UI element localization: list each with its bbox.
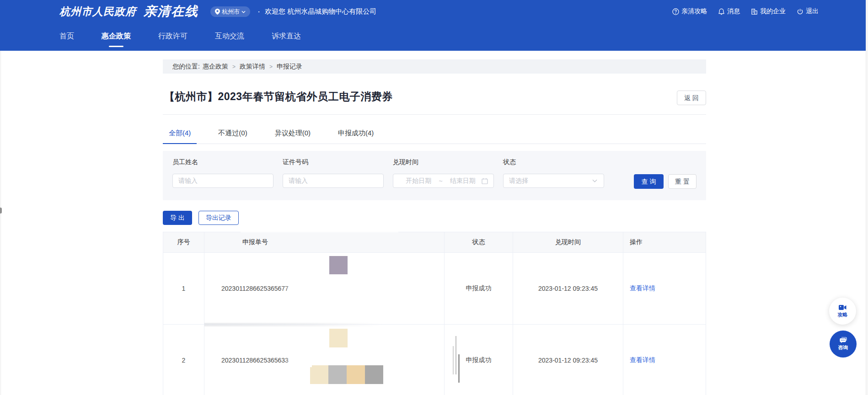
redaction-block [329, 256, 348, 274]
question-circle-icon [672, 8, 679, 15]
search-button[interactable]: 查 询 [634, 174, 664, 189]
chevron-down-icon [592, 179, 597, 182]
cell-redeem-time: 2023-01-12 09:23:45 [513, 325, 623, 395]
nav-item-policies[interactable]: 惠企政策 [102, 23, 131, 51]
tab-success[interactable]: 申报成功(4) [332, 123, 380, 144]
redaction-smudge [241, 231, 398, 233]
tab-dispute[interactable]: 异议处理(0) [269, 123, 316, 144]
redaction-block [347, 365, 365, 384]
col-redeem-time: 兑现时间 [513, 232, 623, 252]
edge-artifact [0, 208, 2, 214]
title-row: 【杭州市】2023年春节留杭省外员工电子消费券 返 回 [163, 90, 706, 105]
redaction-block [329, 329, 348, 347]
location-pin-icon [215, 9, 220, 15]
col-index: 序号 [163, 232, 204, 252]
calendar-icon [482, 178, 488, 184]
redaction-block [328, 365, 347, 384]
redaction-streak [458, 354, 460, 383]
records-table: 序号 申报单号 状态 兑现时间 操作 1 2023011286625365677… [163, 232, 706, 395]
redaction-block [365, 365, 383, 384]
filter-panel: 员工姓名 请输入 证件号码 请输入 兑现时间 开始日期 ~ 结束日期 状态 请选… [163, 151, 706, 200]
breadcrumb-item-policy-detail[interactable]: 政策详情 [240, 63, 265, 71]
logo-brand-text: 亲清在线 [144, 3, 198, 20]
city-selector-label: 杭州市 [222, 8, 240, 16]
bell-icon [718, 8, 725, 15]
page-title: 【杭州市】2023年春节留杭省外员工电子消费券 [164, 90, 393, 104]
back-button[interactable]: 返 回 [677, 91, 706, 105]
redeem-time-label: 兑现时间 [393, 158, 418, 166]
redaction-block [310, 365, 328, 384]
export-log-button[interactable]: 导出记录 [198, 211, 239, 225]
messages-link[interactable]: 消息 [718, 7, 740, 16]
breadcrumb-separator: > [232, 64, 236, 70]
guide-label: 攻略 [838, 311, 848, 318]
redaction-streak [455, 336, 456, 374]
redaction-smudge [204, 323, 383, 326]
table-row: 2 2023011286625365633 申报成功 2023-01-12 09… [163, 325, 706, 395]
header: 杭州市人民政府 亲清在线 杭州市 · 欢迎您 杭州水晶城购物中心有限公司 亲清攻… [0, 0, 868, 51]
site-logo[interactable]: 杭州市人民政府 亲清在线 [59, 0, 198, 23]
cell-index: 1 [163, 253, 204, 324]
tab-rejected[interactable]: 不通过(0) [212, 123, 253, 144]
breadcrumb-item-records: 申报记录 [277, 63, 302, 71]
end-date-placeholder[interactable]: 结束日期 [444, 177, 482, 185]
cell-redeem-time: 2023-01-12 09:23:45 [513, 253, 623, 324]
col-order-no: 申报单号 [204, 232, 445, 252]
logout-link[interactable]: 退出 [797, 7, 819, 16]
cell-status: 申报成功 [445, 253, 513, 324]
breadcrumb-separator: > [269, 64, 273, 70]
page: 杭州市人民政府 亲清在线 杭州市 · 欢迎您 杭州水晶城购物中心有限公司 亲清攻… [0, 0, 868, 395]
view-details-link[interactable]: 查看详情 [623, 325, 706, 395]
status-select-placeholder: 请选择 [509, 177, 528, 185]
export-button[interactable]: 导 出 [163, 211, 192, 225]
floating-consult-button[interactable]: 咨询 [830, 331, 857, 358]
employee-name-input[interactable]: 请输入 [172, 174, 273, 188]
redaction-streak [453, 346, 454, 374]
nav-item-appeals[interactable]: 诉求直达 [272, 23, 301, 51]
building-icon [751, 8, 758, 15]
export-toolbar: 导 出 导出记录 [163, 211, 239, 225]
floating-guide-button[interactable]: 攻略 [829, 298, 856, 325]
order-no-fade [252, 355, 312, 367]
nav-item-interaction[interactable]: 互动交流 [215, 23, 244, 51]
top-bar: 杭州市人民政府 亲清在线 杭州市 · 欢迎您 杭州水晶城购物中心有限公司 亲清攻… [0, 0, 868, 23]
reset-button[interactable]: 重 置 [668, 174, 697, 189]
table-row: 1 2023011286625365677 申报成功 2023-01-12 09… [163, 253, 706, 325]
cell-index: 2 [163, 325, 204, 395]
nav-item-home[interactable]: 首页 [59, 23, 74, 51]
employee-name-label: 员工姓名 [172, 158, 198, 166]
col-status: 状态 [445, 232, 513, 252]
power-icon [797, 8, 804, 15]
chat-bubble-icon [839, 337, 847, 343]
my-company-link[interactable]: 我的企业 [751, 7, 786, 16]
logo-gov-text: 杭州市人民政府 [59, 5, 136, 19]
main-nav: 首页 惠企政策 行政许可 互动交流 诉求直达 [0, 23, 868, 51]
start-date-placeholder[interactable]: 开始日期 [400, 177, 438, 185]
order-no-fade [252, 283, 312, 295]
view-details-link[interactable]: 查看详情 [623, 253, 706, 324]
id-number-input[interactable]: 请输入 [283, 174, 384, 188]
scrollbar[interactable] [866, 0, 868, 395]
table-header-row: 序号 申报单号 状态 兑现时间 操作 [163, 232, 706, 253]
consult-label: 咨询 [838, 344, 848, 351]
welcome-text: · 欢迎您 杭州水晶城购物中心有限公司 [257, 0, 376, 23]
status-select[interactable]: 请选择 [503, 174, 604, 188]
nav-item-licensing[interactable]: 行政许可 [158, 23, 188, 51]
breadcrumb-item-policies[interactable]: 惠企政策 [203, 63, 228, 71]
breadcrumb-prefix: 您的位置: [172, 63, 200, 71]
cell-order-no: 2023011286625365633 [204, 325, 445, 395]
tab-all[interactable]: 全部(4) [163, 123, 197, 144]
id-number-label: 证件号码 [283, 158, 308, 166]
guide-link[interactable]: 亲清攻略 [672, 7, 707, 16]
breadcrumb: 您的位置: 惠企政策 > 政策详情 > 申报记录 [163, 59, 706, 74]
col-actions: 操作 [623, 232, 706, 252]
chevron-down-icon [241, 11, 246, 13]
video-camera-icon [839, 304, 847, 310]
title-divider [163, 114, 706, 115]
top-links: 亲清攻略 消息 我的企业 退出 [672, 0, 819, 23]
left-edge-line [0, 51, 1, 395]
cell-status: 申报成功 [445, 325, 513, 395]
status-tabs: 全部(4) 不通过(0) 异议处理(0) 申报成功(4) [163, 123, 706, 144]
city-selector[interactable]: 杭州市 [210, 6, 250, 17]
redeem-time-range-input[interactable]: 开始日期 ~ 结束日期 [393, 174, 494, 188]
